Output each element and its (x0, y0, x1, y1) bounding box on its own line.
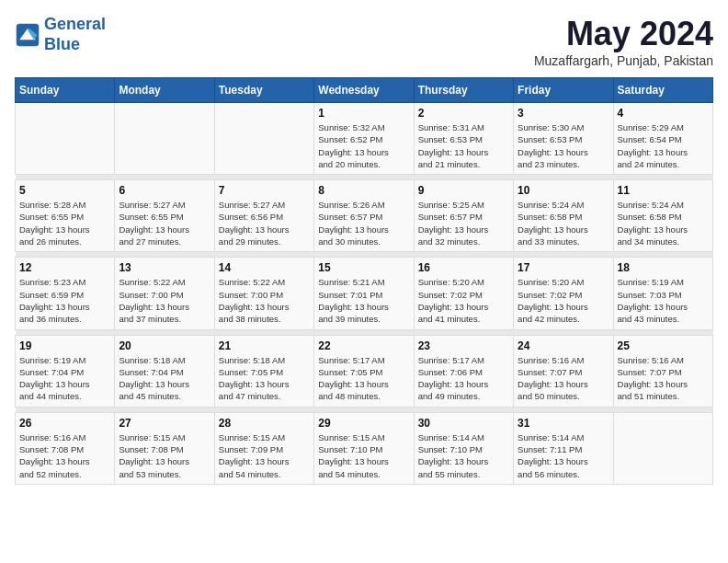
day-number: 18 (618, 261, 709, 274)
day-number: 16 (418, 261, 509, 274)
day-number: 19 (19, 339, 110, 352)
day-info: Sunrise: 5:26 AM Sunset: 6:57 PM Dayligh… (318, 199, 409, 247)
day-info: Sunrise: 5:20 AM Sunset: 7:02 PM Dayligh… (518, 276, 609, 325)
weekday-header-row: SundayMondayTuesdayWednesdayThursdayFrid… (16, 78, 713, 103)
calendar-cell: 13Sunrise: 5:22 AM Sunset: 7:00 PM Dayli… (115, 258, 214, 329)
day-number: 11 (618, 184, 709, 197)
day-number: 28 (219, 417, 310, 430)
location: Muzaffargarh, Punjab, Pakistan (534, 53, 713, 68)
calendar-cell: 9Sunrise: 5:25 AM Sunset: 6:57 PM Daylig… (414, 180, 513, 252)
calendar-cell (16, 103, 115, 175)
day-info: Sunrise: 5:30 AM Sunset: 6:53 PM Dayligh… (518, 121, 609, 170)
day-info: Sunrise: 5:15 AM Sunset: 7:10 PM Dayligh… (318, 431, 409, 480)
weekday-header-monday: Monday (115, 78, 214, 103)
day-info: Sunrise: 5:16 AM Sunset: 7:08 PM Dayligh… (19, 431, 110, 480)
calendar-cell: 19Sunrise: 5:19 AM Sunset: 7:04 PM Dayli… (16, 335, 115, 407)
day-info: Sunrise: 5:27 AM Sunset: 6:55 PM Dayligh… (119, 199, 210, 247)
logo-line1: General (44, 15, 106, 33)
calendar-cell (613, 412, 712, 484)
day-number: 5 (19, 184, 110, 197)
day-info: Sunrise: 5:21 AM Sunset: 7:01 PM Dayligh… (318, 276, 409, 325)
day-number: 9 (418, 184, 509, 197)
day-number: 3 (518, 107, 609, 120)
day-number: 24 (518, 339, 609, 352)
calendar-table: SundayMondayTuesdayWednesdayThursdayFrid… (15, 77, 713, 485)
calendar-cell (214, 103, 313, 175)
calendar-cell: 16Sunrise: 5:20 AM Sunset: 7:02 PM Dayli… (414, 258, 513, 329)
calendar-cell: 26Sunrise: 5:16 AM Sunset: 7:08 PM Dayli… (16, 412, 115, 484)
day-info: Sunrise: 5:18 AM Sunset: 7:04 PM Dayligh… (119, 354, 210, 403)
calendar-cell: 28Sunrise: 5:15 AM Sunset: 7:09 PM Dayli… (214, 412, 313, 484)
calendar-cell: 30Sunrise: 5:14 AM Sunset: 7:10 PM Dayli… (414, 412, 513, 484)
day-number: 1 (318, 107, 409, 120)
day-number: 6 (119, 184, 210, 197)
day-info: Sunrise: 5:16 AM Sunset: 7:07 PM Dayligh… (518, 354, 609, 403)
day-number: 14 (219, 261, 310, 274)
calendar-week-row: 5Sunrise: 5:28 AM Sunset: 6:55 PM Daylig… (16, 180, 713, 252)
day-number: 17 (518, 261, 609, 274)
day-number: 13 (119, 261, 210, 274)
calendar-cell: 18Sunrise: 5:19 AM Sunset: 7:03 PM Dayli… (613, 258, 712, 329)
calendar-cell: 21Sunrise: 5:18 AM Sunset: 7:05 PM Dayli… (214, 335, 313, 407)
day-number: 30 (418, 417, 509, 430)
calendar-cell: 15Sunrise: 5:21 AM Sunset: 7:01 PM Dayli… (314, 258, 414, 329)
day-info: Sunrise: 5:19 AM Sunset: 7:04 PM Dayligh… (19, 354, 110, 403)
weekday-header-wednesday: Wednesday (314, 78, 414, 103)
calendar-cell: 31Sunrise: 5:14 AM Sunset: 7:11 PM Dayli… (514, 412, 613, 484)
day-number: 8 (318, 184, 409, 197)
calendar-cell (115, 103, 214, 175)
day-info: Sunrise: 5:31 AM Sunset: 6:53 PM Dayligh… (418, 121, 509, 170)
calendar-cell: 8Sunrise: 5:26 AM Sunset: 6:57 PM Daylig… (314, 180, 414, 252)
calendar-week-row: 12Sunrise: 5:23 AM Sunset: 6:59 PM Dayli… (16, 258, 713, 329)
day-info: Sunrise: 5:20 AM Sunset: 7:02 PM Dayligh… (418, 276, 509, 325)
day-number: 12 (19, 261, 110, 274)
day-number: 27 (119, 417, 210, 430)
day-number: 20 (119, 339, 210, 352)
day-number: 7 (219, 184, 310, 197)
calendar-cell: 1Sunrise: 5:32 AM Sunset: 6:52 PM Daylig… (314, 103, 414, 175)
weekday-header-friday: Friday (514, 78, 613, 103)
logo-icon (15, 22, 40, 48)
day-number: 31 (518, 417, 609, 430)
day-info: Sunrise: 5:15 AM Sunset: 7:08 PM Dayligh… (119, 431, 210, 480)
day-info: Sunrise: 5:14 AM Sunset: 7:10 PM Dayligh… (418, 431, 509, 480)
day-number: 26 (19, 417, 110, 430)
calendar-cell: 17Sunrise: 5:20 AM Sunset: 7:02 PM Dayli… (514, 258, 613, 329)
calendar-cell: 24Sunrise: 5:16 AM Sunset: 7:07 PM Dayli… (514, 335, 613, 407)
calendar-cell: 3Sunrise: 5:30 AM Sunset: 6:53 PM Daylig… (514, 103, 613, 175)
calendar-cell: 23Sunrise: 5:17 AM Sunset: 7:06 PM Dayli… (414, 335, 513, 407)
day-info: Sunrise: 5:22 AM Sunset: 7:00 PM Dayligh… (119, 276, 210, 325)
calendar-cell: 12Sunrise: 5:23 AM Sunset: 6:59 PM Dayli… (16, 258, 115, 329)
calendar-week-row: 19Sunrise: 5:19 AM Sunset: 7:04 PM Dayli… (16, 335, 713, 407)
month-title: May 2024 (534, 15, 713, 53)
logo: General Blue (15, 15, 106, 54)
page-header: General Blue May 2024 Muzaffargarh, Punj… (15, 15, 713, 68)
day-number: 2 (418, 107, 509, 120)
day-info: Sunrise: 5:19 AM Sunset: 7:03 PM Dayligh… (618, 276, 709, 325)
day-info: Sunrise: 5:25 AM Sunset: 6:57 PM Dayligh… (418, 199, 509, 247)
title-block: May 2024 Muzaffargarh, Punjab, Pakistan (534, 15, 713, 68)
day-number: 22 (318, 339, 409, 352)
weekday-header-thursday: Thursday (414, 78, 513, 103)
day-info: Sunrise: 5:32 AM Sunset: 6:52 PM Dayligh… (318, 121, 409, 170)
weekday-header-tuesday: Tuesday (214, 78, 313, 103)
calendar-cell: 29Sunrise: 5:15 AM Sunset: 7:10 PM Dayli… (314, 412, 414, 484)
calendar-cell: 2Sunrise: 5:31 AM Sunset: 6:53 PM Daylig… (414, 103, 513, 175)
day-number: 15 (318, 261, 409, 274)
day-info: Sunrise: 5:22 AM Sunset: 7:00 PM Dayligh… (219, 276, 310, 325)
day-number: 23 (418, 339, 509, 352)
day-info: Sunrise: 5:24 AM Sunset: 6:58 PM Dayligh… (518, 199, 609, 247)
day-info: Sunrise: 5:16 AM Sunset: 7:07 PM Dayligh… (618, 354, 709, 403)
day-info: Sunrise: 5:18 AM Sunset: 7:05 PM Dayligh… (219, 354, 310, 403)
logo-line2: Blue (44, 35, 80, 53)
calendar-cell: 25Sunrise: 5:16 AM Sunset: 7:07 PM Dayli… (613, 335, 712, 407)
day-number: 29 (318, 417, 409, 430)
day-info: Sunrise: 5:14 AM Sunset: 7:11 PM Dayligh… (518, 431, 609, 480)
calendar-cell: 5Sunrise: 5:28 AM Sunset: 6:55 PM Daylig… (16, 180, 115, 252)
weekday-header-sunday: Sunday (16, 78, 115, 103)
day-number: 4 (618, 107, 709, 120)
day-number: 25 (618, 339, 709, 352)
calendar-cell: 20Sunrise: 5:18 AM Sunset: 7:04 PM Dayli… (115, 335, 214, 407)
calendar-cell: 11Sunrise: 5:24 AM Sunset: 6:58 PM Dayli… (613, 180, 712, 252)
calendar-cell: 4Sunrise: 5:29 AM Sunset: 6:54 PM Daylig… (613, 103, 712, 175)
